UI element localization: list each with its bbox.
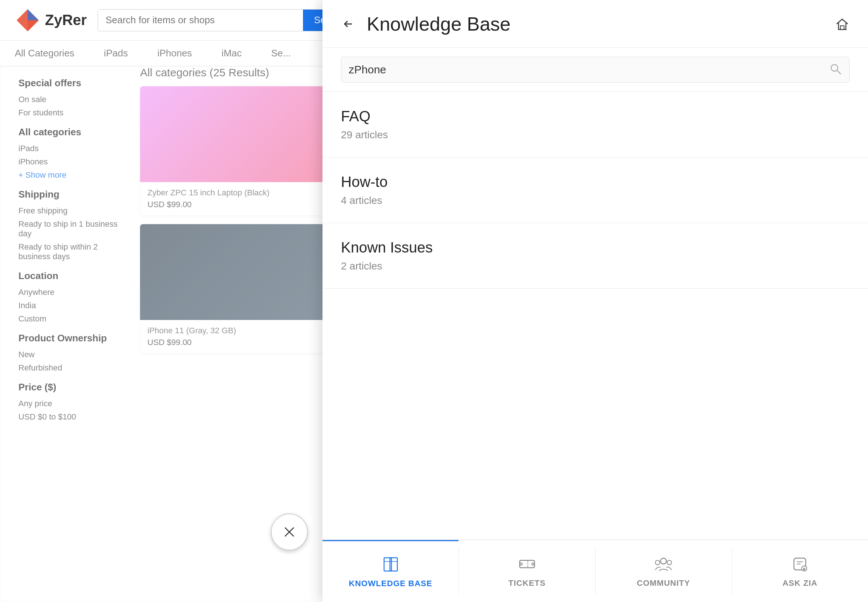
price-title: Price ($) <box>18 382 122 393</box>
kb-categories-list: FAQ 29 articles How-to 4 articles Known … <box>322 92 868 539</box>
home-icon <box>835 17 850 31</box>
show-more-link[interactable]: + Show more <box>18 170 122 180</box>
svg-point-17 <box>655 561 660 565</box>
svg-marker-2 <box>28 20 39 31</box>
svg-text:Z: Z <box>804 567 805 571</box>
svg-rect-6 <box>840 26 844 29</box>
store-sidebar: Special offers On sale For students All … <box>8 66 133 436</box>
kb-header: Knowledge Base <box>322 0 868 48</box>
sidebar-iphones: iPhones <box>18 157 122 167</box>
logo-icon <box>15 8 41 33</box>
store-search-bar: Search <box>98 9 356 31</box>
cat-imac: iMac <box>221 48 242 59</box>
nav-tickets[interactable]: TICKETS <box>459 540 595 602</box>
kb-header-left: Knowledge Base <box>341 13 511 35</box>
store-search-input[interactable] <box>98 9 303 31</box>
special-offers-title: Special offers <box>18 77 122 89</box>
ownership-title: Product Ownership <box>18 333 122 344</box>
cat-all: All Categories <box>15 48 74 59</box>
all-categories-title: All categories <box>18 126 122 138</box>
kb-category-howto-count: 4 articles <box>341 195 850 206</box>
svg-point-15 <box>532 563 534 565</box>
kb-category-known-issues-name: Known Issues <box>341 239 850 256</box>
nav-ask-zia-label: ASK ZIA <box>782 578 817 588</box>
cat-se: Se... <box>271 48 291 59</box>
kb-panel-title: Knowledge Base <box>367 13 511 35</box>
svg-point-18 <box>667 561 672 565</box>
ship-2day: Ready to ship within 2 business days <box>18 242 122 261</box>
kb-search-box <box>341 57 850 83</box>
refurbished-item: Refurbished <box>18 363 122 373</box>
back-arrow-icon <box>341 17 356 31</box>
close-button[interactable] <box>271 513 308 550</box>
svg-point-16 <box>661 558 666 564</box>
nav-tickets-label: TICKETS <box>508 578 546 588</box>
store-logo-text: ZyRer <box>45 12 87 28</box>
kb-category-known-issues[interactable]: Known Issues 2 articles <box>322 223 868 289</box>
kb-category-faq[interactable]: FAQ 29 articles <box>322 92 868 157</box>
kb-search-icon <box>829 63 842 77</box>
shipping-title: Shipping <box>18 189 122 200</box>
custom: Custom <box>18 314 122 324</box>
svg-marker-1 <box>28 9 39 20</box>
nav-knowledge-base[interactable]: KNOWLEDGE BASE <box>322 540 459 602</box>
nav-community[interactable]: COMMUNITY <box>596 540 732 602</box>
kb-home-button[interactable] <box>835 17 850 31</box>
book-icon <box>381 555 400 575</box>
cat-iphones: iPhones <box>157 48 192 59</box>
location-title: Location <box>18 270 122 282</box>
sidebar-ipads: iPads <box>18 144 122 154</box>
nav-ask-zia[interactable]: Z ASK ZIA <box>732 540 868 602</box>
community-icon <box>654 554 673 575</box>
svg-line-8 <box>837 71 841 74</box>
kb-category-howto-name: How-to <box>341 174 850 190</box>
nav-knowledge-base-label: KNOWLEDGE BASE <box>349 579 432 588</box>
kb-search-input[interactable] <box>349 63 829 76</box>
svg-point-14 <box>520 563 522 565</box>
new-item: New <box>18 350 122 359</box>
price-range: USD $0 to $100 <box>18 412 122 422</box>
kb-search-container <box>322 48 868 92</box>
free-shipping: Free shipping <box>18 206 122 216</box>
kb-bottom-nav: KNOWLEDGE BASE TICKETS <box>322 539 868 602</box>
kb-back-button[interactable] <box>341 17 356 31</box>
kb-category-known-issues-count: 2 articles <box>341 260 850 272</box>
zia-icon: Z <box>790 554 810 575</box>
ticket-icon <box>517 554 537 575</box>
svg-point-7 <box>831 64 838 71</box>
india: India <box>18 301 122 310</box>
kb-category-faq-count: 29 articles <box>341 129 850 141</box>
ship-1day: Ready to ship in 1 business day <box>18 220 122 238</box>
kb-category-faq-name: FAQ <box>341 108 850 124</box>
anywhere: Anywhere <box>18 287 122 297</box>
nav-community-label: COMMUNITY <box>637 578 690 588</box>
knowledge-base-panel: Knowledge Base FAQ 29 articles <box>322 0 868 602</box>
store-logo: ZyRer <box>15 8 87 33</box>
for-students-item: For students <box>18 108 122 118</box>
close-icon <box>281 523 298 541</box>
any-price: Any price <box>18 399 122 408</box>
cat-ipads: iPads <box>104 48 128 59</box>
on-sale-item: On sale <box>18 95 122 104</box>
kb-category-howto[interactable]: How-to 4 articles <box>322 157 868 223</box>
